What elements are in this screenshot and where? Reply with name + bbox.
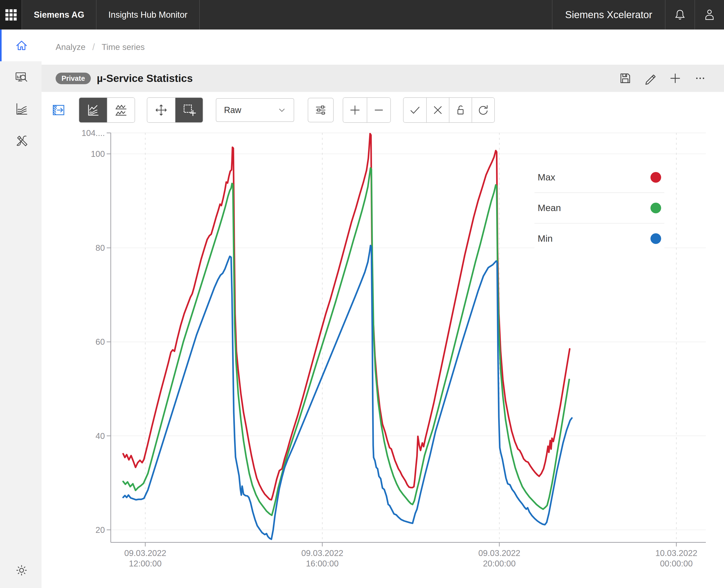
expand-panel-icon bbox=[51, 103, 66, 118]
chart-toolbar: Raw bbox=[42, 92, 724, 128]
app-name-tab[interactable]: Insights Hub Monitor bbox=[97, 0, 200, 29]
sidebar-item-asset-monitor[interactable] bbox=[0, 61, 42, 93]
series-line-mean bbox=[123, 168, 570, 516]
home-icon bbox=[15, 39, 28, 52]
chart-mode-overlaid-button[interactable] bbox=[79, 98, 107, 122]
zoom-out-icon bbox=[372, 104, 385, 117]
pencil-icon bbox=[644, 72, 657, 85]
interaction-mode-toggle bbox=[147, 97, 203, 123]
zoom-in-button[interactable] bbox=[343, 98, 367, 122]
y-tick-label: 20 bbox=[96, 525, 105, 535]
x-tick-label: 10.03.202200:00:00 bbox=[655, 548, 697, 568]
box-zoom-mode-button[interactable] bbox=[175, 98, 203, 122]
overlaid-chart-icon bbox=[86, 103, 100, 117]
user-icon bbox=[703, 8, 716, 21]
breadcrumb-separator: / bbox=[92, 42, 95, 52]
tools-icon bbox=[15, 134, 28, 148]
sidebar-item-settings[interactable] bbox=[0, 554, 42, 586]
legend-label: Min bbox=[538, 233, 553, 244]
legend-item-max[interactable]: Max bbox=[535, 162, 664, 193]
aggregation-value: Raw bbox=[224, 105, 278, 115]
sidebar-bottom bbox=[0, 554, 42, 586]
pan-icon bbox=[154, 103, 168, 117]
edit-button[interactable] bbox=[643, 71, 657, 85]
x-tick-label: 09.03.202212:00:00 bbox=[124, 548, 166, 568]
discard-button[interactable] bbox=[426, 98, 449, 122]
topbar: Siemens AG Insights Hub Monitor Siemens … bbox=[0, 0, 724, 29]
sliders-icon bbox=[314, 104, 327, 117]
monitor-search-icon bbox=[15, 70, 28, 84]
y-tick-label: 60 bbox=[96, 337, 105, 346]
series-settings-button[interactable] bbox=[308, 98, 334, 122]
legend-color-dot bbox=[650, 233, 661, 244]
sidebar-item-time-series-analysis[interactable] bbox=[0, 93, 42, 125]
sidebar-item-tools[interactable] bbox=[0, 125, 42, 156]
legend-label: Max bbox=[538, 172, 555, 183]
save-button[interactable] bbox=[618, 71, 632, 85]
stacked-charts-icon bbox=[114, 103, 128, 117]
legend-color-dot bbox=[650, 172, 661, 183]
chart-region: 104....1008060402009.03.202212:00:0009.0… bbox=[42, 128, 724, 588]
title-bar: Private µ-Service Statistics bbox=[42, 65, 724, 92]
page-title: µ-Service Statistics bbox=[97, 72, 193, 84]
zoom-in-icon bbox=[349, 104, 361, 117]
save-icon bbox=[619, 72, 632, 85]
chart-legend: MaxMeanMin bbox=[535, 162, 664, 254]
close-icon bbox=[431, 104, 444, 117]
legend-item-min[interactable]: Min bbox=[535, 224, 664, 254]
unlock-button[interactable] bbox=[449, 98, 472, 122]
topbar-spacer bbox=[200, 0, 552, 29]
ellipsis-icon bbox=[694, 72, 707, 85]
insights-hub-monitor-app: Siemens AG Insights Hub Monitor Siemens … bbox=[0, 0, 724, 588]
app-launcher-button[interactable] bbox=[0, 0, 22, 29]
plus-glyph bbox=[189, 110, 196, 117]
expand-panel-button[interactable] bbox=[51, 103, 66, 118]
legend-color-dot bbox=[650, 203, 661, 213]
edit-actions-group bbox=[403, 97, 495, 123]
aggregation-dropdown[interactable]: Raw bbox=[216, 98, 294, 122]
y-tick-label: 104.... bbox=[81, 128, 105, 138]
reset-button[interactable] bbox=[472, 98, 494, 122]
title-actions bbox=[618, 71, 710, 85]
sidebar bbox=[0, 29, 42, 588]
bell-icon bbox=[674, 8, 686, 21]
chevron-down-icon bbox=[278, 106, 286, 114]
breadcrumb: Analyze / Time series bbox=[42, 29, 724, 65]
y-tick-label: 80 bbox=[96, 243, 105, 253]
add-button[interactable] bbox=[668, 71, 682, 85]
line-chart-icon bbox=[15, 102, 28, 116]
plus-icon bbox=[669, 72, 682, 85]
check-icon bbox=[409, 104, 421, 117]
y-tick-label: 100 bbox=[91, 149, 105, 159]
user-menu-button[interactable] bbox=[695, 0, 724, 29]
breadcrumb-analyze[interactable]: Analyze bbox=[56, 42, 86, 52]
zoom-group bbox=[343, 97, 391, 123]
reset-icon bbox=[477, 104, 490, 117]
y-tick-label: 40 bbox=[96, 432, 105, 441]
legend-item-mean[interactable]: Mean bbox=[535, 193, 664, 224]
notifications-button[interactable] bbox=[665, 0, 695, 29]
sidebar-item-home[interactable] bbox=[0, 29, 42, 61]
tenant-name[interactable]: Siemens AG bbox=[22, 0, 97, 29]
visibility-badge: Private bbox=[56, 72, 91, 84]
more-button[interactable] bbox=[693, 71, 707, 85]
x-tick-label: 09.03.202220:00:00 bbox=[478, 548, 520, 568]
zoom-out-button[interactable] bbox=[367, 98, 390, 122]
pan-mode-button[interactable] bbox=[147, 98, 175, 122]
breadcrumb-time-series[interactable]: Time series bbox=[102, 42, 145, 52]
app-grid-icon bbox=[4, 8, 18, 21]
gear-icon bbox=[15, 564, 28, 577]
unlock-icon bbox=[454, 104, 467, 117]
x-tick-label: 09.03.202216:00:00 bbox=[301, 548, 343, 568]
chart-mode-stacked-button[interactable] bbox=[107, 98, 135, 122]
apply-button[interactable] bbox=[404, 98, 426, 122]
content: Analyze / Time series Private µ-Service … bbox=[42, 29, 724, 588]
chart-mode-toggle bbox=[79, 97, 135, 123]
legend-label: Mean bbox=[538, 203, 561, 213]
brand-label: Siemens Xcelerator bbox=[552, 0, 665, 29]
